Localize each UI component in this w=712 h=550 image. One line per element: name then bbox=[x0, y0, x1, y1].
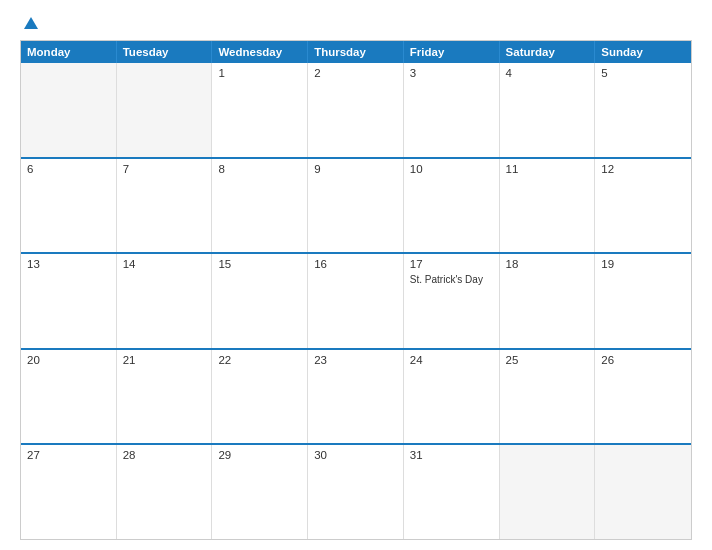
calendar-week-4: 20212223242526 bbox=[21, 348, 691, 444]
calendar-cell bbox=[117, 63, 213, 157]
day-number: 7 bbox=[123, 163, 206, 175]
calendar-cell: 29 bbox=[212, 445, 308, 539]
calendar-cell: 21 bbox=[117, 350, 213, 444]
col-saturday: Saturday bbox=[500, 41, 596, 63]
col-thursday: Thursday bbox=[308, 41, 404, 63]
day-number: 5 bbox=[601, 67, 685, 79]
calendar-cell: 8 bbox=[212, 159, 308, 253]
calendar-cell: 22 bbox=[212, 350, 308, 444]
calendar-week-5: 2728293031 bbox=[21, 443, 691, 539]
calendar-cell: 1 bbox=[212, 63, 308, 157]
day-number: 18 bbox=[506, 258, 589, 270]
day-number: 24 bbox=[410, 354, 493, 366]
col-tuesday: Tuesday bbox=[117, 41, 213, 63]
calendar-cell: 14 bbox=[117, 254, 213, 348]
calendar-week-3: 1314151617St. Patrick's Day1819 bbox=[21, 252, 691, 348]
calendar-cell: 20 bbox=[21, 350, 117, 444]
day-number: 8 bbox=[218, 163, 301, 175]
calendar-cell: 31 bbox=[404, 445, 500, 539]
day-number: 4 bbox=[506, 67, 589, 79]
calendar: Monday Tuesday Wednesday Thursday Friday… bbox=[20, 40, 692, 540]
day-number: 1 bbox=[218, 67, 301, 79]
calendar-cell: 5 bbox=[595, 63, 691, 157]
day-number: 10 bbox=[410, 163, 493, 175]
calendar-cell bbox=[500, 445, 596, 539]
col-sunday: Sunday bbox=[595, 41, 691, 63]
day-number: 23 bbox=[314, 354, 397, 366]
calendar-cell: 25 bbox=[500, 350, 596, 444]
calendar-cell bbox=[595, 445, 691, 539]
logo bbox=[20, 18, 38, 30]
day-number: 3 bbox=[410, 67, 493, 79]
day-number: 29 bbox=[218, 449, 301, 461]
day-number: 21 bbox=[123, 354, 206, 366]
page: Monday Tuesday Wednesday Thursday Friday… bbox=[0, 0, 712, 550]
calendar-cell: 19 bbox=[595, 254, 691, 348]
day-number: 9 bbox=[314, 163, 397, 175]
calendar-cell: 6 bbox=[21, 159, 117, 253]
day-number: 14 bbox=[123, 258, 206, 270]
day-number: 11 bbox=[506, 163, 589, 175]
day-number: 12 bbox=[601, 163, 685, 175]
day-number: 27 bbox=[27, 449, 110, 461]
day-number: 6 bbox=[27, 163, 110, 175]
day-number: 25 bbox=[506, 354, 589, 366]
col-wednesday: Wednesday bbox=[212, 41, 308, 63]
calendar-cell: 27 bbox=[21, 445, 117, 539]
calendar-cell: 9 bbox=[308, 159, 404, 253]
calendar-body: 1234567891011121314151617St. Patrick's D… bbox=[21, 63, 691, 539]
calendar-week-2: 6789101112 bbox=[21, 157, 691, 253]
calendar-cell: 17St. Patrick's Day bbox=[404, 254, 500, 348]
day-number: 13 bbox=[27, 258, 110, 270]
calendar-cell: 4 bbox=[500, 63, 596, 157]
calendar-cell: 28 bbox=[117, 445, 213, 539]
day-number: 15 bbox=[218, 258, 301, 270]
day-number: 22 bbox=[218, 354, 301, 366]
day-number: 17 bbox=[410, 258, 493, 270]
calendar-cell: 26 bbox=[595, 350, 691, 444]
calendar-cell: 15 bbox=[212, 254, 308, 348]
calendar-cell: 12 bbox=[595, 159, 691, 253]
calendar-cell: 24 bbox=[404, 350, 500, 444]
calendar-cell: 10 bbox=[404, 159, 500, 253]
col-monday: Monday bbox=[21, 41, 117, 63]
day-number: 31 bbox=[410, 449, 493, 461]
calendar-cell: 7 bbox=[117, 159, 213, 253]
calendar-cell: 2 bbox=[308, 63, 404, 157]
calendar-cell: 3 bbox=[404, 63, 500, 157]
day-number: 2 bbox=[314, 67, 397, 79]
calendar-cell: 11 bbox=[500, 159, 596, 253]
calendar-cell: 13 bbox=[21, 254, 117, 348]
calendar-cell: 23 bbox=[308, 350, 404, 444]
calendar-header: Monday Tuesday Wednesday Thursday Friday… bbox=[21, 41, 691, 63]
day-number: 19 bbox=[601, 258, 685, 270]
day-number: 30 bbox=[314, 449, 397, 461]
day-number: 26 bbox=[601, 354, 685, 366]
header bbox=[20, 18, 692, 30]
calendar-cell bbox=[21, 63, 117, 157]
day-number: 16 bbox=[314, 258, 397, 270]
calendar-cell: 30 bbox=[308, 445, 404, 539]
calendar-week-1: 12345 bbox=[21, 63, 691, 157]
col-friday: Friday bbox=[404, 41, 500, 63]
calendar-event: St. Patrick's Day bbox=[410, 274, 493, 285]
logo-triangle-icon bbox=[24, 17, 38, 29]
day-number: 28 bbox=[123, 449, 206, 461]
calendar-cell: 16 bbox=[308, 254, 404, 348]
day-number: 20 bbox=[27, 354, 110, 366]
calendar-cell: 18 bbox=[500, 254, 596, 348]
